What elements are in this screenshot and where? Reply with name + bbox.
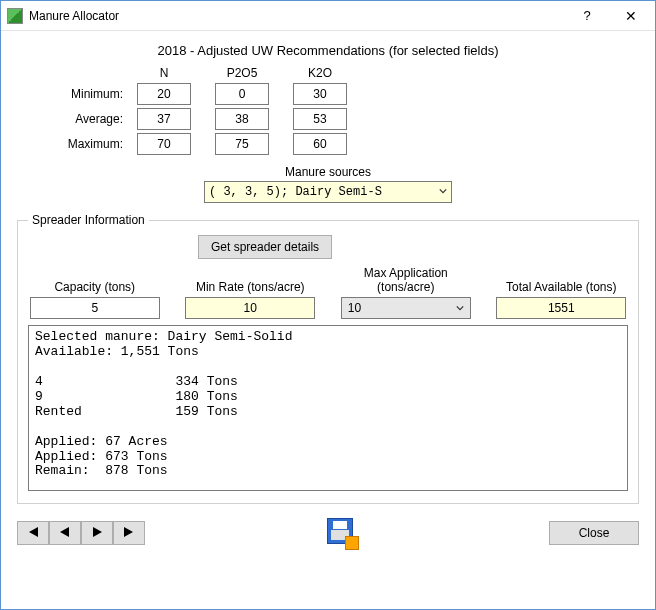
nav-next-button[interactable] <box>81 521 113 545</box>
save-button[interactable] <box>327 518 357 548</box>
min-rate-input[interactable]: 10 <box>185 297 315 319</box>
avg-n-value: 37 <box>137 108 191 130</box>
save-accent-icon <box>345 536 359 550</box>
spreader-information-group: Spreader Information Get spreader detail… <box>17 213 639 504</box>
min-p-value: 0 <box>215 83 269 105</box>
results-textarea[interactable]: Selected manure: Dairy Semi-Solid Availa… <box>28 325 628 491</box>
titlebar-buttons: ? ✕ <box>565 2 653 30</box>
max-application-select[interactable]: 10 <box>341 297 471 319</box>
dialog-window: Manure Allocator ? ✕ 2018 - Adjusted UW … <box>0 0 656 610</box>
avg-p-value: 38 <box>215 108 269 130</box>
close-window-button[interactable]: ✕ <box>609 2 653 30</box>
manure-sources-select[interactable]: ( 3, 3, 5); Dairy Semi-S <box>204 181 452 203</box>
row-label-minimum: Minimum: <box>33 87 133 101</box>
avg-k-value: 53 <box>293 108 347 130</box>
row-label-maximum: Maximum: <box>33 137 133 151</box>
nav-last-button[interactable] <box>113 521 145 545</box>
nav-prev-button[interactable] <box>49 521 81 545</box>
chevron-down-icon <box>456 301 464 315</box>
col-header-n: N <box>133 66 195 80</box>
col-header-p: P2O5 <box>211 66 273 80</box>
manure-sources-selected: ( 3, 3, 5); Dairy Semi-S <box>209 185 382 199</box>
next-icon <box>90 526 104 541</box>
row-label-average: Average: <box>33 112 133 126</box>
total-available-label: Total Available (tons) <box>495 265 629 295</box>
manure-sources-label: Manure sources <box>17 165 639 179</box>
max-application-label: Max Application (tons/acre) <box>339 265 473 295</box>
get-spreader-details-button[interactable]: Get spreader details <box>198 235 332 259</box>
help-button[interactable]: ? <box>565 2 609 30</box>
spreader-legend: Spreader Information <box>28 213 149 227</box>
chevron-down-icon <box>439 185 447 199</box>
prev-icon <box>58 526 72 541</box>
first-icon <box>26 526 40 541</box>
total-available-input[interactable]: 1551 <box>496 297 626 319</box>
app-icon <box>7 8 23 24</box>
close-button[interactable]: Close <box>549 521 639 545</box>
content-area: 2018 - Adjusted UW Recommendations (for … <box>1 31 655 609</box>
col-header-k: K2O <box>289 66 351 80</box>
min-k-value: 30 <box>293 83 347 105</box>
title-bar: Manure Allocator ? ✕ <box>1 1 655 31</box>
bottom-bar: Close <box>17 518 639 548</box>
window-title: Manure Allocator <box>29 9 565 23</box>
capacity-label: Capacity (tons) <box>28 265 162 295</box>
nav-button-group <box>17 521 145 545</box>
max-application-value: 10 <box>348 301 361 315</box>
capacity-input[interactable]: 5 <box>30 297 160 319</box>
nav-first-button[interactable] <box>17 521 49 545</box>
page-heading: 2018 - Adjusted UW Recommendations (for … <box>17 43 639 58</box>
recommendations-grid: N P2O5 K2O Minimum: 20 0 30 Average: 37 … <box>33 66 639 155</box>
min-n-value: 20 <box>137 83 191 105</box>
max-p-value: 75 <box>215 133 269 155</box>
max-n-value: 70 <box>137 133 191 155</box>
last-icon <box>122 526 136 541</box>
min-rate-label: Min Rate (tons/acre) <box>184 265 318 295</box>
max-k-value: 60 <box>293 133 347 155</box>
